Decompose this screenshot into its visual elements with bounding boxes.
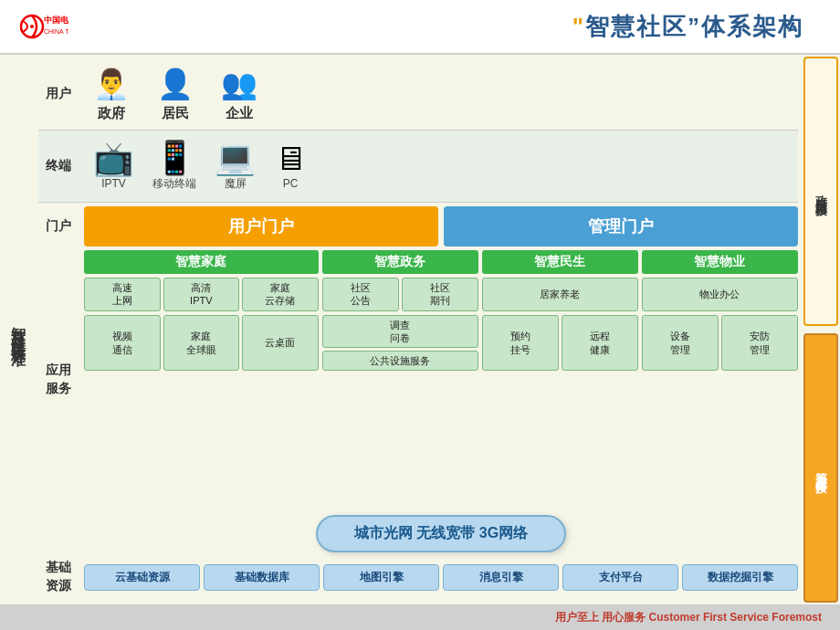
users-row-label: 用户 [38, 86, 79, 102]
terminal-pc: 🖥 PC [274, 142, 307, 190]
app-remote-health: 远程 健康 [562, 315, 638, 372]
app-video-comm: 视频 通信 [84, 315, 161, 372]
header: 中国电信 CHINA TELECOM "智慧社区”体系架构 [0, 0, 840, 55]
government-icon: 👨‍💼 [93, 67, 130, 101]
resource-datamining: 数据挖掘引擎 [682, 564, 798, 591]
app-sub-rows-1: 高速 上网 高清 IPTV 家庭 云存储 社区 公告 社区 期刊 居家养老 [84, 278, 798, 311]
app-categories: 智慧家庭 智慧政务 智慧民生 智慧物业 [84, 250, 798, 274]
portal-row-label: 门户 [38, 218, 79, 235]
tv-icon: 📺 [93, 142, 134, 175]
app-highspeed-internet: 高速 上网 [84, 278, 161, 311]
network-row: 城市光网 无线宽带 3G网络 [38, 513, 798, 553]
resident-icon: 👤 [157, 67, 194, 101]
mobile-icon: 📱 [154, 142, 195, 174]
app-cloud-storage: 家庭 云存储 [242, 278, 319, 311]
right-sidebar: 政府信息接口 第三方服务接口 [802, 55, 840, 604]
resource-payment: 支付平台 [562, 564, 678, 591]
resource-message: 消息引擎 [443, 564, 559, 591]
svg-text:CHINA TELECOM: CHINA TELECOM [44, 28, 68, 35]
cat-zhijia: 智慧家庭 [84, 250, 319, 274]
tablet-label: 魔屏 [225, 176, 247, 192]
app-cloud-desktop: 云桌面 [242, 315, 319, 372]
app-community-notice: 社区 公告 [322, 278, 399, 311]
user-item-enterprise: 👥 企业 [221, 67, 257, 122]
main-content: 智慧社区建设标准 用户 👨‍💼 政府 👤 居民 👥 [0, 55, 840, 604]
terminal-mobile: 📱 移动终端 [152, 142, 196, 192]
title-quote-open: " [572, 13, 585, 40]
user-portal-button[interactable]: 用户门户 [84, 206, 438, 247]
portal-content: 用户门户 管理门户 [84, 206, 798, 247]
resource-db: 基础数据库 [204, 564, 320, 591]
resource-cloud: 云基础资源 [84, 564, 200, 591]
pc-label: PC [283, 177, 299, 190]
app-equipment-mgmt: 设备 管理 [642, 315, 719, 372]
users-content: 👨‍💼 政府 👤 居民 👥 企业 [84, 63, 798, 126]
tablet-icon: 💻 [215, 142, 256, 174]
enterprise-label: 企业 [226, 105, 253, 122]
admin-portal-button[interactable]: 管理门户 [444, 206, 798, 247]
diagram-area: 用户 👨‍💼 政府 👤 居民 👥 企业 [35, 55, 802, 604]
enterprise-icon: 👥 [221, 67, 257, 101]
app-public-facilities: 公共设施服务 [322, 351, 478, 371]
right-label-third-party-interface: 第三方服务接口 [803, 333, 838, 603]
left-vertical-label: 智慧社区建设标准 [0, 55, 35, 604]
resource-map: 地图引擎 [323, 564, 439, 591]
government-label: 政府 [98, 105, 125, 122]
footer: 用户至上 用心服务 Customer First Service Foremos… [0, 604, 840, 630]
telecom-logo-icon: 中国电信 CHINA TELECOM [18, 6, 68, 47]
cat-zhiwu: 智慧物业 [642, 250, 798, 274]
terminal-iptv: 📺 IPTV [93, 142, 134, 190]
app-services-label: 应用 服务 [38, 250, 79, 509]
cat-zhimin: 智慧民生 [482, 250, 638, 274]
app-services-area: 应用 服务 智慧家庭 智慧政务 智慧民生 智慧物业 高速 上网 [38, 250, 798, 509]
logo-area: 中国电信 CHINA TELECOM [18, 6, 68, 47]
users-row: 用户 👨‍💼 政府 👤 居民 👥 企业 [38, 62, 798, 126]
svg-text:中国电信: 中国电信 [44, 16, 68, 25]
svg-point-1 [30, 25, 34, 28]
resources-row: 基础 资源 云基础资源 基础数据库 地图引擎 消息引擎 支付平台 数据挖掘引擎 [38, 557, 798, 597]
portal-row: 门户 用户门户 管理门户 [38, 206, 798, 247]
app-global-eye: 家庭 全球眼 [163, 315, 240, 372]
footer-text: 用户至上 用心服务 Customer First Service Foremos… [555, 610, 822, 625]
header-title-area: "智慧社区”体系架构 [68, 11, 822, 43]
cat-zhizheng: 智慧政务 [322, 250, 478, 274]
resident-label: 居民 [162, 105, 189, 122]
terminal-row-label: 终端 [38, 158, 79, 174]
app-security-mgmt: 安防 管理 [721, 315, 798, 372]
app-elderly-care: 居家养老 [482, 278, 638, 311]
right-label-government-interface: 政府信息接口 [803, 57, 838, 326]
user-item-government: 👨‍💼 政府 [93, 67, 130, 122]
terminal-content: 📺 IPTV 📱 移动终端 💻 魔屏 🖥 PC [84, 138, 798, 195]
page-title: "智慧社区”体系架构 [572, 13, 803, 40]
iptv-label: IPTV [101, 177, 126, 190]
resources-row-label: 基础 资源 [38, 559, 79, 594]
app-property-office: 物业办公 [642, 278, 798, 311]
network-cloud: 城市光网 无线宽带 3G网络 [316, 515, 566, 552]
terminal-tablet: 💻 魔屏 [215, 142, 256, 192]
title-text: 智慧社区”体系架构 [585, 13, 803, 40]
mobile-label: 移动终端 [152, 176, 196, 192]
page-wrapper: 中国电信 CHINA TELECOM "智慧社区”体系架构 智慧社区建设标准 用… [0, 0, 840, 630]
app-survey: 调查 问卷 [322, 315, 478, 349]
app-community-journal: 社区 期刊 [402, 278, 478, 311]
app-services-content: 智慧家庭 智慧政务 智慧民生 智慧物业 高速 上网 高清 IPTV 家庭 云存储 [84, 250, 798, 509]
terminal-row: 终端 📺 IPTV 📱 移动终端 💻 魔屏 🖥 [38, 130, 798, 203]
app-hd-iptv: 高清 IPTV [163, 278, 240, 311]
app-appointment: 预约 挂号 [482, 315, 559, 372]
user-item-resident: 👤 居民 [157, 67, 194, 122]
app-sub-rows-2: 视频 通信 家庭 全球眼 云桌面 调查 问卷 公共设施服务 预约 挂号 远程 [84, 315, 798, 372]
pc-icon: 🖥 [274, 142, 307, 175]
